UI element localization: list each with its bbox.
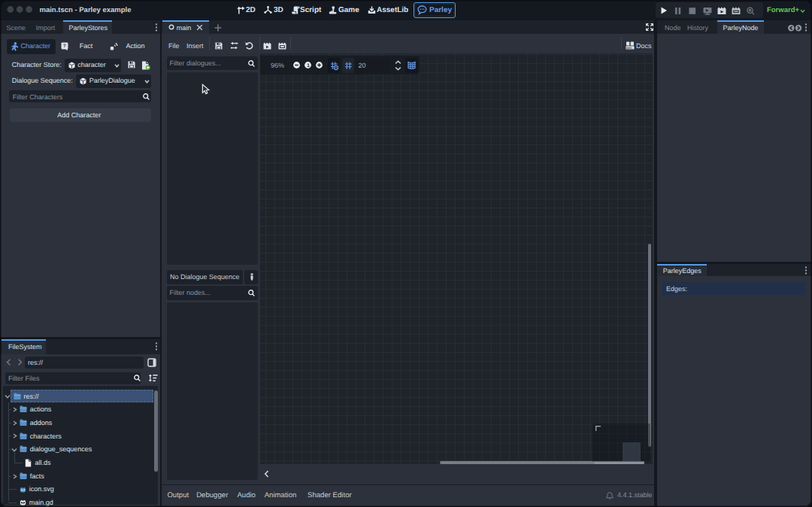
svg-text:1: 1	[307, 63, 310, 68]
svg-text:?: ?	[63, 44, 66, 49]
svg-text:DOC: DOC	[626, 47, 632, 50]
